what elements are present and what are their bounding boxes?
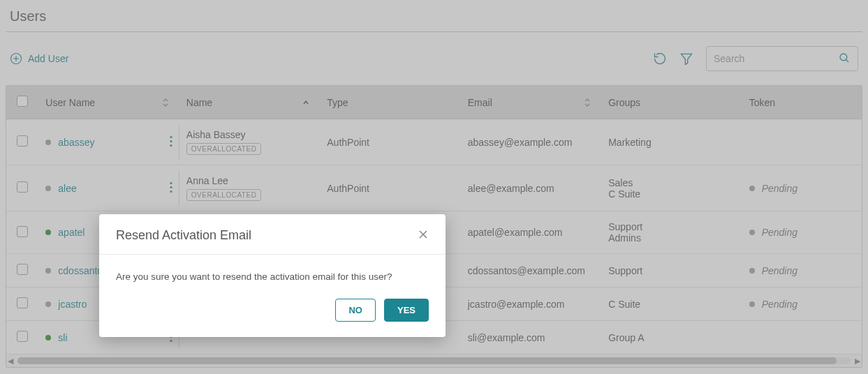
resend-activation-modal: Resend Activation Email Are you sure you…: [99, 214, 446, 337]
modal-body: Are you sure you want to resend the acti…: [99, 255, 446, 299]
modal-overlay[interactable]: Resend Activation Email Are you sure you…: [0, 0, 868, 374]
modal-yes-button[interactable]: YES: [384, 299, 429, 322]
modal-close-button[interactable]: [418, 229, 429, 242]
modal-no-button[interactable]: NO: [335, 299, 376, 322]
modal-title: Resend Activation Email: [116, 228, 251, 243]
close-icon: [418, 229, 429, 240]
